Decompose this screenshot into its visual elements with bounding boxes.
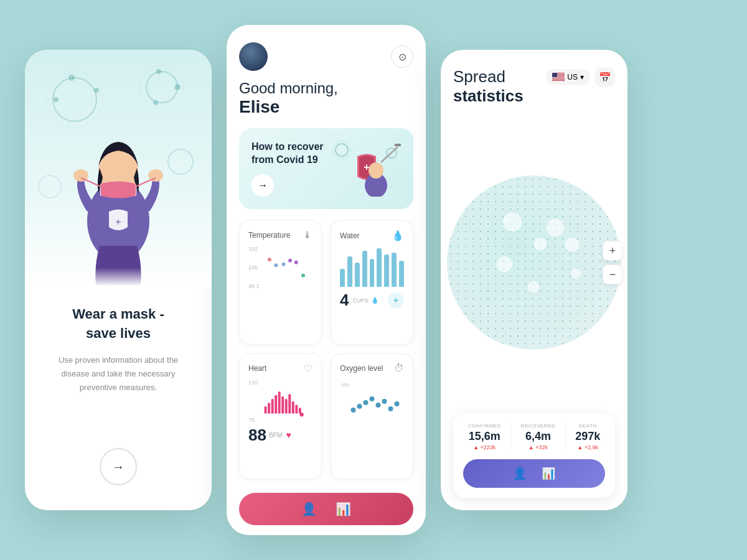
water-bar-8 — [392, 253, 397, 287]
water-bar-9 — [399, 261, 404, 287]
heart-label: Heart — [248, 364, 266, 373]
recovery-card[interactable]: How to recover from Covid 19 → + — [239, 128, 413, 209]
recovery-illustration: + — [332, 141, 401, 197]
statistics-header: Spread statistics — [453, 67, 615, 106]
confirmed-value: 15,6m — [468, 430, 501, 443]
svg-point-5 — [39, 175, 61, 198]
statistics-panel: CONFIRMED 15,6m ▲ +223k RECOVERED 6,4m ▲… — [453, 413, 615, 498]
stat-divider-2 — [565, 423, 566, 450]
zoom-out-button[interactable]: − — [603, 264, 622, 284]
water-label: Water — [340, 231, 360, 240]
svg-point-0 — [53, 78, 96, 121]
svg-rect-36 — [281, 396, 284, 414]
temperature-label: Temperature — [248, 231, 290, 240]
confirmed-delta: ▲ +223k — [468, 444, 501, 450]
water-bar-7 — [384, 254, 389, 287]
recovered-stat: RECOVERED 6,4m ▲ +32k — [521, 423, 555, 450]
person-nav-icon[interactable]: 👤 — [301, 502, 317, 516]
temperature-dots-area — [266, 246, 312, 289]
svg-point-25 — [268, 258, 271, 261]
svg-rect-41 — [299, 408, 301, 413]
zoom-in-button[interactable]: + — [603, 241, 622, 261]
svg-point-42 — [299, 413, 303, 416]
svg-rect-31 — [265, 406, 267, 413]
screen-2: ⊙ Good morning, Elise How to recover fro… — [227, 25, 426, 535]
heart-high: 170 — [248, 380, 258, 386]
add-cup-button[interactable]: + — [388, 292, 404, 309]
heart-footer: 88 BPM ♥ — [248, 426, 312, 445]
user-avatar[interactable] — [239, 42, 268, 71]
svg-rect-38 — [288, 394, 291, 414]
bpm-number: 88 — [248, 426, 266, 445]
bottom-navigation[interactable]: 👤 📊 — [239, 493, 413, 525]
heart-values: 170 75 — [248, 380, 258, 423]
svg-point-2 — [146, 72, 177, 103]
water-bar-2 — [347, 256, 352, 287]
country-code: US — [567, 73, 578, 82]
recovery-arrow-button[interactable]: → — [251, 174, 274, 197]
svg-point-51 — [395, 401, 400, 406]
chart-nav-icon[interactable]: 📊 — [336, 502, 351, 516]
svg-point-30 — [301, 274, 305, 278]
stats-chart-icon[interactable]: 📊 — [542, 467, 555, 480]
zoom-controls: + − — [603, 241, 622, 284]
water-footer: 4 CUPS 💧 + — [340, 291, 404, 310]
svg-point-7 — [94, 88, 99, 93]
globe-area: + − — [441, 118, 627, 407]
svg-rect-39 — [292, 401, 294, 414]
svg-point-29 — [294, 261, 298, 264]
svg-rect-59 — [552, 81, 565, 82]
svg-point-50 — [388, 406, 393, 411]
svg-point-46 — [364, 400, 369, 405]
calendar-button[interactable]: 📅 — [595, 67, 615, 87]
recovered-value: 6,4m — [521, 430, 555, 443]
screens-container: + Wear a mask — [25, 25, 722, 535]
spread-title: Spread statistics — [453, 67, 524, 106]
svg-point-49 — [382, 399, 387, 404]
heart-low: 75 — [248, 417, 258, 423]
svg-point-47 — [370, 396, 375, 401]
screen-1: + Wear a mask — [25, 50, 212, 510]
confirmed-stat: CONFIRMED 15,6m ▲ +223k — [468, 423, 501, 450]
screen-1-content: Wear a mask - save lives Use proven info… — [25, 286, 212, 485]
svg-point-27 — [282, 263, 286, 266]
svg-line-23 — [381, 147, 398, 162]
heart-beat-icon: ♥ — [286, 430, 291, 440]
svg-rect-56 — [552, 77, 565, 78]
stats-person-icon[interactable]: 👤 — [513, 467, 527, 480]
svg-point-45 — [357, 404, 362, 409]
temp-mid: 100 — [248, 264, 260, 271]
settings-button[interactable]: ⊙ — [391, 45, 413, 68]
globe-dots — [447, 175, 621, 350]
greeting-section: Good morning, Elise — [239, 80, 413, 117]
person-illustration: + — [62, 124, 174, 286]
recovered-label: RECOVERED — [521, 423, 555, 429]
onboarding-arrow-button[interactable]: → — [100, 448, 137, 485]
avatar-image — [239, 42, 268, 71]
heart-card: Heart ♡ 170 75 — [239, 353, 322, 480]
screen-1-description: Use proven information about the disease… — [44, 353, 193, 394]
country-selector[interactable]: US ▾ — [546, 69, 590, 85]
wave-divider — [25, 268, 212, 286]
recovery-svg: + — [332, 141, 401, 197]
temperature-card: Temperature 🌡 102 100 98.2 — [239, 220, 322, 345]
svg-rect-24 — [395, 144, 401, 146]
drop-icon: 💧 — [371, 297, 378, 304]
cups-unit: CUPS — [352, 297, 368, 304]
death-stat: DEATH 297k ▲ +2,9k — [575, 423, 600, 450]
oxygen-header: Oxygen level ⏱ — [340, 363, 404, 374]
svg-point-11 — [153, 100, 158, 105]
svg-rect-40 — [295, 404, 298, 413]
svg-rect-32 — [268, 403, 270, 413]
water-bar-1 — [340, 269, 345, 287]
bpm-label: BPM — [269, 432, 283, 439]
oxygen-icon: ⏱ — [394, 363, 404, 374]
death-label: DEATH — [575, 423, 600, 429]
water-card: Water 💧 4 CUPS — [331, 220, 413, 345]
death-value: 297k — [575, 430, 600, 443]
heart-icon: ♡ — [304, 363, 312, 375]
statistics-navigation[interactable]: 👤 📊 — [463, 459, 605, 488]
globe-hotspot-1 — [503, 213, 522, 231]
svg-rect-35 — [278, 391, 281, 414]
greeting-line2: Elise — [239, 97, 413, 117]
